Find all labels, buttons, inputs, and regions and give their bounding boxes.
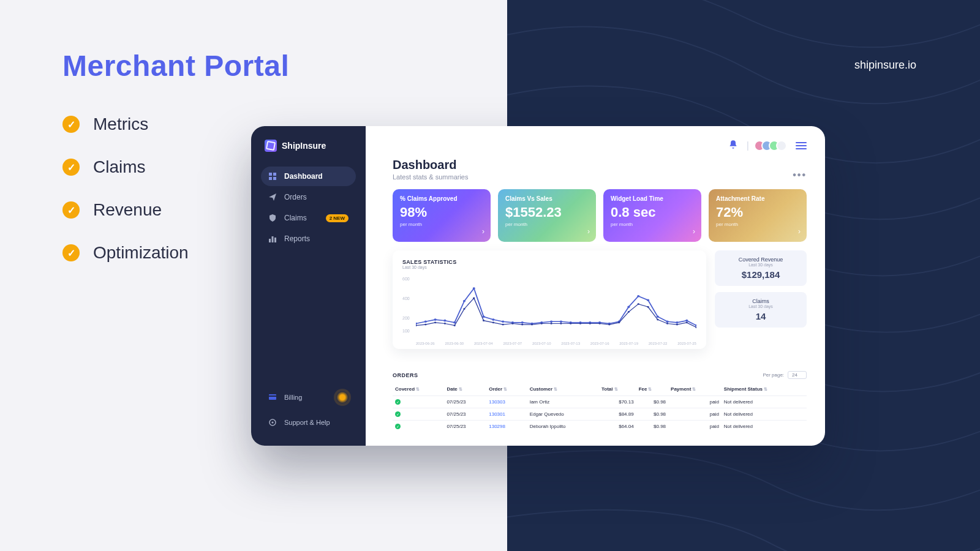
svg-rect-4	[269, 239, 271, 242]
new-badge: 2 NEW	[326, 214, 349, 222]
svg-point-10	[271, 421, 273, 423]
table-col[interactable]: Covered⇅	[393, 383, 444, 396]
chevron-right-icon: ›	[587, 227, 590, 236]
sales-panel: SALES STATISTICS Last 30 days 600 400 20…	[393, 250, 706, 349]
order-link[interactable]: 130298	[489, 424, 505, 429]
covered-icon: ✓	[395, 424, 401, 429]
card-title: % Claims Approved	[400, 195, 483, 202]
table-row[interactable]: ✓07/25/23130301Edgar Quevedo$84.89$0.98p…	[393, 408, 807, 421]
svg-point-53	[531, 324, 533, 326]
per-page-select[interactable]: 24	[788, 371, 807, 379]
sidebar-item-orders[interactable]: Orders	[261, 187, 356, 207]
card-value: 98%	[400, 204, 483, 220]
stat-value: 14	[718, 311, 803, 321]
svg-point-52	[521, 324, 523, 326]
stat-card-claims-approved[interactable]: % Claims Approved 98% per month ›	[393, 189, 491, 242]
svg-point-20	[502, 320, 504, 323]
table-head: Covered⇅Date⇅Order⇅Customer⇅Total⇅Fee⇅Pa…	[393, 383, 807, 396]
sales-svg	[416, 273, 696, 337]
sidebar-item-support[interactable]: Support & Help	[261, 413, 356, 432]
svg-point-62	[618, 321, 620, 323]
table-col[interactable]: Total⇅	[599, 383, 636, 396]
menu-icon[interactable]	[796, 142, 807, 149]
topbar: |	[393, 137, 807, 154]
card-icon	[268, 393, 277, 402]
sidebar-nav: Dashboard Orders Claims 2 NEW Reports	[261, 167, 356, 249]
page-title: Dashboard	[393, 158, 469, 172]
svg-point-13	[434, 318, 437, 321]
help-icon	[268, 418, 277, 427]
sidebar-item-reports[interactable]: Reports	[261, 229, 356, 249]
stat-card-claims-vs-sales[interactable]: Claims Vs Sales $1552.23 per month ›	[498, 189, 596, 242]
check-icon: ✓	[62, 244, 80, 261]
y-tick: 600	[402, 277, 410, 281]
bell-icon[interactable]	[728, 140, 738, 152]
table-col[interactable]: Date⇅	[444, 383, 486, 396]
side-stats: Covered Revenue Last 30 days $129,184 Cl…	[715, 250, 807, 349]
table-col[interactable]: Shipment Status⇅	[722, 383, 807, 396]
x-tick: 2023-07-22	[649, 342, 668, 345]
table-col[interactable]: Payment⇅	[668, 383, 722, 396]
x-tick: 2023-07-16	[590, 342, 609, 345]
svg-point-68	[676, 324, 678, 326]
card-value: $1552.23	[505, 204, 589, 220]
svg-point-65	[647, 306, 649, 308]
card-title: Attachment Rate	[716, 195, 799, 202]
table-col[interactable]: Customer⇅	[527, 383, 599, 396]
svg-point-51	[511, 323, 513, 324]
svg-point-25	[550, 320, 552, 323]
svg-rect-0	[269, 173, 272, 176]
sidebar-item-claims[interactable]: Claims 2 NEW	[261, 208, 356, 228]
check-icon: ✓	[62, 116, 80, 133]
stat-label: Covered Revenue	[718, 257, 803, 263]
table-col[interactable]: Fee⇅	[636, 383, 668, 396]
svg-point-45	[454, 324, 456, 326]
stat-cards: % Claims Approved 98% per month › Claims…	[393, 189, 807, 242]
sidebar-item-dashboard[interactable]: Dashboard	[261, 167, 356, 186]
bullet-label: Revenue	[93, 200, 162, 220]
svg-point-41	[416, 324, 417, 326]
table-col[interactable]: Order⇅	[486, 383, 527, 396]
bars-icon	[268, 234, 277, 243]
x-tick: 2023-07-10	[532, 342, 551, 345]
x-tick: 2023-07-04	[474, 342, 493, 345]
svg-point-56	[560, 323, 562, 324]
brand-link[interactable]: shipinsure.io	[854, 59, 916, 72]
logo-text: ShipInsure	[282, 141, 326, 151]
svg-rect-8	[269, 395, 276, 397]
stat-card-attachment-rate[interactable]: Attachment Rate 72% per month ›	[709, 189, 807, 242]
svg-point-35	[647, 299, 649, 301]
svg-point-39	[685, 320, 688, 322]
sidebar-item-label: Dashboard	[284, 172, 323, 181]
svg-point-49	[492, 321, 494, 323]
svg-rect-6	[274, 238, 276, 242]
stat-sub: Last 30 days	[718, 304, 803, 309]
table-row[interactable]: ✓07/25/23130298Deborah Ippolito$64.04$0.…	[393, 421, 807, 433]
svg-rect-7	[269, 394, 276, 400]
stat-value: $129,184	[718, 269, 803, 280]
sidebar-item-label: Claims	[284, 214, 307, 222]
stat-sub: Last 30 days	[718, 263, 803, 267]
svg-point-59	[589, 323, 591, 324]
card-title: Widget Load Time	[611, 195, 694, 202]
app-logo[interactable]: ShipInsure	[261, 140, 356, 163]
order-link[interactable]: 130303	[489, 399, 505, 405]
card-unit: per month	[611, 222, 694, 227]
order-link[interactable]: 130301	[489, 411, 505, 417]
svg-point-43	[434, 321, 436, 323]
stat-label: Claims	[718, 298, 803, 304]
avatar-more	[776, 140, 787, 151]
svg-point-37	[666, 320, 669, 323]
svg-point-46	[463, 308, 465, 310]
avatar-stack[interactable]	[758, 140, 787, 151]
sidebar-bottom: Billing Support & Help	[261, 386, 356, 432]
pulse-icon	[336, 391, 349, 403]
kebab-icon[interactable]: •••	[793, 170, 807, 181]
table-row[interactable]: ✓07/25/23130303Iam Ortiz$70.13$0.98paidN…	[393, 396, 807, 408]
svg-point-38	[676, 321, 678, 324]
orders-title: ORDERS	[393, 372, 418, 378]
marketing-title: Merchant Portal	[62, 49, 507, 83]
x-tick: 2023-07-25	[677, 342, 696, 345]
sidebar-item-billing[interactable]: Billing	[261, 386, 356, 409]
stat-card-widget-load[interactable]: Widget Load Time 0.8 sec per month ›	[603, 189, 701, 242]
